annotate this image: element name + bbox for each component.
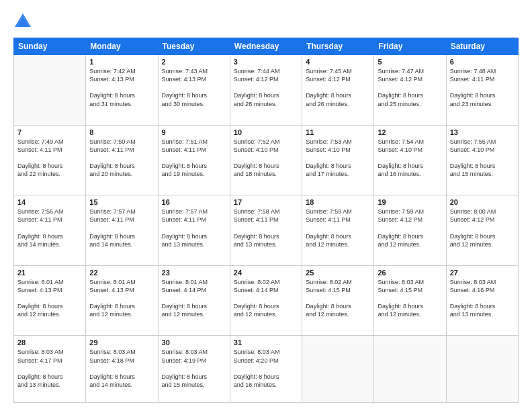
sunrise-text: Sunrise: 7:43 AM [162, 68, 208, 75]
calendar-header-row: SundayMondayTuesdayWednesdayThursdayFrid… [14, 38, 519, 55]
daylight-line2: and 13 minutes. [17, 381, 60, 388]
header-friday: Friday [374, 38, 446, 55]
daylight-line2: and 16 minutes. [234, 381, 277, 388]
daylight-line1: Daylight: 8 hours [234, 303, 279, 310]
calendar-table: SundayMondayTuesdayWednesdayThursdayFrid… [13, 38, 519, 403]
sunset-text: Sunset: 4:13 PM [17, 287, 62, 293]
daylight-line1: Daylight: 8 hours [450, 233, 496, 240]
day-number: 2 [162, 58, 226, 66]
sunrise-text: Sunrise: 7:45 AM [306, 68, 352, 75]
cell-info: Sunrise: 7:42 AMSunset: 4:13 PMDaylight:… [89, 67, 154, 108]
sunrise-text: Sunrise: 8:03 AM [89, 349, 136, 355]
sunrise-text: Sunrise: 7:47 AM [378, 68, 424, 75]
day-number: 12 [378, 128, 442, 136]
daylight-line1: Daylight: 8 hours [306, 233, 351, 240]
sunrise-text: Sunrise: 8:01 AM [17, 279, 64, 285]
day-number: 25 [306, 269, 370, 277]
daylight-line1: Daylight: 8 hours [89, 163, 135, 169]
sunrise-text: Sunrise: 7:42 AM [89, 68, 136, 75]
sunset-text: Sunset: 4:12 PM [378, 216, 423, 223]
calendar-cell: 14Sunrise: 7:56 AMSunset: 4:11 PMDayligh… [14, 195, 86, 266]
sunset-text: Sunset: 4:13 PM [162, 76, 207, 83]
sunrise-text: Sunrise: 7:58 AM [234, 208, 280, 215]
daylight-line1: Daylight: 8 hours [162, 303, 208, 310]
sunset-text: Sunset: 4:14 PM [162, 287, 207, 293]
week-row-4: 28Sunrise: 8:03 AMSunset: 4:17 PMDayligh… [14, 336, 519, 403]
daylight-line2: and 28 minutes. [234, 101, 277, 107]
header [13, 12, 519, 31]
header-sunday: Sunday [14, 38, 86, 55]
calendar-cell: 3Sunrise: 7:44 AMSunset: 4:12 PMDaylight… [230, 55, 302, 126]
day-number: 11 [306, 128, 370, 136]
calendar-cell [302, 336, 374, 403]
sunset-text: Sunset: 4:20 PM [234, 357, 279, 364]
daylight-line1: Daylight: 8 hours [89, 303, 135, 310]
calendar-cell: 29Sunrise: 8:03 AMSunset: 4:18 PMDayligh… [86, 336, 158, 403]
daylight-line2: and 14 minutes. [89, 241, 132, 248]
cell-info: Sunrise: 7:57 AMSunset: 4:11 PMDaylight:… [89, 208, 154, 248]
calendar-cell: 5Sunrise: 7:47 AMSunset: 4:12 PMDaylight… [374, 55, 446, 126]
daylight-line1: Daylight: 8 hours [306, 163, 351, 169]
day-number: 7 [17, 128, 82, 136]
daylight-line1: Daylight: 8 hours [378, 233, 423, 240]
daylight-line2: and 30 minutes. [162, 101, 205, 107]
sunrise-text: Sunrise: 8:03 AM [162, 349, 208, 355]
calendar-cell: 11Sunrise: 7:53 AMSunset: 4:10 PMDayligh… [302, 125, 374, 195]
calendar-cell: 19Sunrise: 7:59 AMSunset: 4:12 PMDayligh… [374, 195, 446, 266]
daylight-line2: and 13 minutes. [234, 241, 277, 248]
cell-info: Sunrise: 7:43 AMSunset: 4:13 PMDaylight:… [162, 67, 226, 108]
sunrise-text: Sunrise: 8:01 AM [89, 279, 136, 285]
sunset-text: Sunset: 4:11 PM [450, 76, 495, 83]
daylight-line2: and 12 minutes. [306, 311, 349, 318]
day-number: 23 [162, 269, 226, 277]
sunset-text: Sunset: 4:11 PM [89, 146, 134, 153]
sunset-text: Sunset: 4:11 PM [234, 216, 279, 223]
week-row-3: 21Sunrise: 8:01 AMSunset: 4:13 PMDayligh… [14, 265, 519, 336]
cell-info: Sunrise: 7:54 AMSunset: 4:10 PMDaylight:… [378, 138, 442, 179]
sunrise-text: Sunrise: 7:51 AM [162, 138, 208, 145]
sunrise-text: Sunrise: 7:44 AM [234, 68, 280, 75]
calendar-cell: 10Sunrise: 7:52 AMSunset: 4:10 PMDayligh… [230, 125, 302, 195]
daylight-line1: Daylight: 8 hours [17, 233, 63, 240]
sunset-text: Sunset: 4:11 PM [162, 146, 207, 153]
day-number: 19 [378, 198, 442, 206]
calendar-cell: 24Sunrise: 8:02 AMSunset: 4:14 PMDayligh… [230, 265, 302, 336]
sunrise-text: Sunrise: 8:03 AM [17, 349, 64, 355]
sunset-text: Sunset: 4:12 PM [378, 76, 423, 83]
calendar-cell: 13Sunrise: 7:55 AMSunset: 4:10 PMDayligh… [446, 125, 518, 195]
cell-info: Sunrise: 8:03 AMSunset: 4:20 PMDaylight:… [234, 348, 298, 389]
sunset-text: Sunset: 4:10 PM [378, 146, 423, 153]
sunrise-text: Sunrise: 7:48 AM [450, 68, 496, 75]
cell-info: Sunrise: 8:01 AMSunset: 4:13 PMDaylight:… [17, 278, 82, 319]
day-number: 24 [234, 269, 298, 277]
header-saturday: Saturday [446, 38, 518, 55]
daylight-line1: Daylight: 8 hours [234, 163, 279, 169]
sunrise-text: Sunrise: 7:49 AM [17, 138, 64, 145]
daylight-line1: Daylight: 8 hours [89, 233, 135, 240]
cell-info: Sunrise: 7:56 AMSunset: 4:11 PMDaylight:… [17, 208, 82, 248]
daylight-line1: Daylight: 8 hours [306, 92, 351, 99]
daylight-line1: Daylight: 8 hours [450, 92, 496, 99]
cell-info: Sunrise: 8:03 AMSunset: 4:15 PMDaylight:… [378, 278, 442, 319]
daylight-line2: and 12 minutes. [89, 311, 132, 318]
calendar-cell [14, 55, 86, 126]
day-number: 21 [17, 269, 82, 277]
cell-info: Sunrise: 7:51 AMSunset: 4:11 PMDaylight:… [162, 138, 226, 179]
daylight-line1: Daylight: 8 hours [378, 303, 423, 310]
cell-info: Sunrise: 7:53 AMSunset: 4:10 PMDaylight:… [306, 138, 370, 179]
daylight-line2: and 15 minutes. [162, 381, 205, 388]
daylight-line2: and 12 minutes. [450, 241, 493, 248]
sunset-text: Sunset: 4:10 PM [234, 146, 279, 153]
daylight-line1: Daylight: 8 hours [17, 163, 63, 169]
daylight-line2: and 12 minutes. [378, 311, 420, 318]
daylight-line1: Daylight: 8 hours [17, 373, 63, 380]
day-number: 27 [450, 269, 515, 277]
sunset-text: Sunset: 4:13 PM [89, 76, 134, 83]
calendar-cell: 8Sunrise: 7:50 AMSunset: 4:11 PMDaylight… [86, 125, 158, 195]
sunset-text: Sunset: 4:16 PM [450, 287, 495, 293]
calendar-cell: 17Sunrise: 7:58 AMSunset: 4:11 PMDayligh… [230, 195, 302, 266]
sunrise-text: Sunrise: 8:03 AM [378, 279, 424, 285]
day-number: 10 [234, 128, 298, 136]
day-number: 1 [89, 58, 154, 66]
cell-info: Sunrise: 7:50 AMSunset: 4:11 PMDaylight:… [89, 138, 154, 179]
